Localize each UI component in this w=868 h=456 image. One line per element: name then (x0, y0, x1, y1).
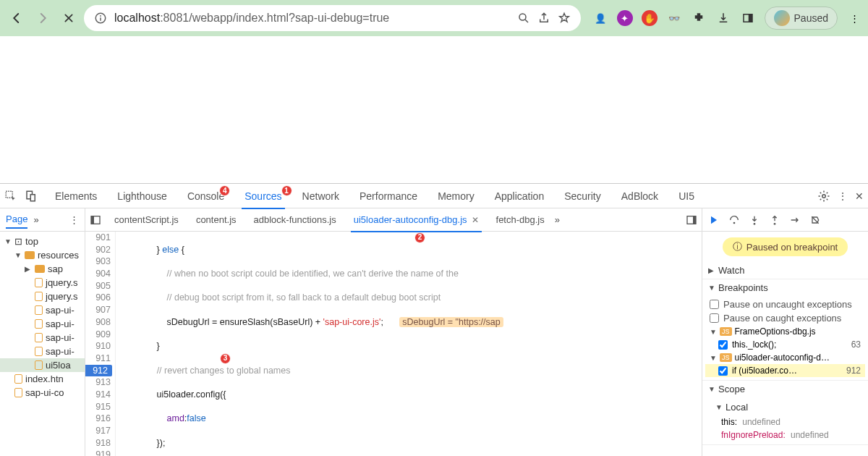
svg-point-9 (822, 194, 826, 198)
step-over-button[interactable] (728, 214, 740, 226)
deactivate-bp-button[interactable] (809, 214, 821, 226)
svg-rect-8 (30, 194, 35, 200)
device-icon[interactable] (25, 190, 38, 203)
star-icon[interactable] (558, 12, 571, 25)
devtools-tabs: Elements Lighthouse Console4 Sources1 Ne… (0, 184, 868, 208)
breakpoint-line[interactable]: this._lock();63 (705, 338, 865, 351)
filetab-fetch[interactable]: fetch-dbg.js (489, 208, 552, 232)
badge-1: 1 (281, 185, 292, 196)
debugger-controls (702, 208, 868, 232)
badge-3: 3 (220, 353, 231, 364)
tree-file[interactable]: sap-ui- (0, 317, 85, 331)
tree-top[interactable]: ▼⊡ top (0, 235, 85, 248)
profile-paused-button[interactable]: Paused (765, 7, 838, 30)
tab-elements[interactable]: Elements (46, 184, 106, 208)
tab-sources[interactable]: Sources1 (236, 184, 290, 208)
pause-caught-checkbox[interactable]: Pause on caught exceptions (705, 311, 865, 325)
tree-sap[interactable]: ▶ sap (0, 262, 85, 276)
forward-button[interactable] (32, 7, 54, 29)
url-text: localhost:8081/webapp/index.html?sap-ui-… (114, 12, 389, 25)
tree-file-selected[interactable]: ui5loa (0, 358, 85, 372)
tree-file[interactable]: index.htn (0, 372, 85, 386)
extensions-icon[interactable] (691, 10, 707, 26)
tree-file[interactable]: sap-ui- (0, 345, 85, 358)
filetab-content[interactable]: content.js (189, 208, 244, 232)
local-scope[interactable]: ▼Local (705, 399, 865, 415)
inspect-icon[interactable] (4, 190, 17, 203)
ext-icon-3[interactable]: ✋ (642, 10, 658, 26)
svg-rect-11 (91, 216, 94, 224)
code-content[interactable]: } else { // when no boot script could be… (116, 232, 702, 456)
download-icon[interactable] (715, 10, 731, 26)
watch-section[interactable]: ▶Watch (702, 262, 868, 279)
code-area[interactable]: 2 3 901902903904905 906907908909910 9119… (85, 232, 702, 456)
step-into-button[interactable] (749, 214, 760, 226)
tab-network[interactable]: Network (294, 184, 348, 208)
navigator-panel: Page » ⋮ ▼⊡ top ▼ resources ▶ sap jquery… (0, 208, 85, 456)
tab-memory[interactable]: Memory (429, 184, 483, 208)
share-icon[interactable] (537, 12, 550, 25)
breakpoint-line-active[interactable]: if (ui5loader.co…912 (705, 364, 865, 377)
sidebar-toggle-icon[interactable] (90, 214, 101, 226)
close-devtools-icon[interactable]: ✕ (855, 190, 864, 202)
tab-security[interactable]: Security (556, 184, 610, 208)
step-button[interactable] (789, 214, 801, 226)
filetab-ui5loader[interactable]: ui5loader-autoconfig-dbg.js✕ (346, 208, 486, 232)
tab-performance[interactable]: Performance (351, 184, 426, 208)
pause-uncaught-checkbox[interactable]: Pause on uncaught exceptions (705, 297, 865, 311)
filetab-adblock[interactable]: adblock-functions.js (247, 208, 344, 232)
tree-file[interactable]: jquery.s (0, 290, 85, 303)
page-tab[interactable]: Page (6, 214, 27, 229)
badge-2: 2 (414, 232, 425, 243)
debugger-panel: ⓘ Paused on breakpoint ▶Watch ▼Breakpoin… (702, 208, 868, 456)
devtools-panel: Elements Lighthouse Console4 Sources1 Ne… (0, 183, 868, 456)
filetab-contentscript[interactable]: contentScript.js (107, 208, 186, 232)
tree-file[interactable]: sap-ui-co (0, 386, 85, 400)
ext-icon-4[interactable]: 👓 (666, 10, 682, 26)
step-out-button[interactable] (769, 214, 780, 226)
tree-resources[interactable]: ▼ resources (0, 248, 85, 262)
tab-console[interactable]: Console4 (179, 184, 233, 208)
breakpoint-file[interactable]: ▼JSui5loader-autoconfig-d… (705, 351, 865, 364)
tab-ui5[interactable]: UI5 (670, 184, 703, 208)
tree-file[interactable]: jquery.s (0, 276, 85, 290)
browser-toolbar: localhost:8081/webapp/index.html?sap-ui-… (0, 0, 868, 36)
tree-file[interactable]: sap-ui- (0, 331, 85, 345)
tab-lighthouse[interactable]: Lighthouse (109, 184, 176, 208)
stop-button[interactable] (58, 7, 80, 29)
line-gutter[interactable]: 901902903904905 906907908909910 91191291… (85, 232, 116, 456)
resume-button[interactable] (708, 214, 720, 226)
nav-more-icon[interactable]: ⋮ (69, 214, 79, 225)
menu-icon[interactable]: ⋮ (846, 10, 862, 26)
panel-icon[interactable] (740, 10, 756, 26)
chevron-right-icon[interactable]: » (555, 214, 560, 225)
sidebar-right-icon[interactable] (686, 214, 697, 226)
tab-adblock[interactable]: AdBlock (613, 184, 667, 208)
scope-this: this: undefined (705, 415, 865, 428)
svg-point-16 (774, 223, 776, 225)
settings-icon[interactable] (817, 190, 830, 203)
editor-panel: contentScript.js content.js adblock-func… (85, 208, 702, 456)
ext-icon-1[interactable]: 👤 (592, 10, 608, 26)
more-icon[interactable]: ⋮ (838, 190, 848, 202)
zoom-icon[interactable] (517, 12, 530, 25)
chevron-right-icon[interactable]: » (33, 214, 38, 225)
ext-icon-2[interactable]: ✦ (617, 10, 633, 26)
close-tab-icon[interactable]: ✕ (472, 215, 479, 225)
file-tabs: contentScript.js content.js adblock-func… (85, 208, 702, 232)
scope-section[interactable]: ▼Scope (702, 381, 868, 397)
file-tree: ▼⊡ top ▼ resources ▶ sap jquery.s jquery… (0, 232, 85, 402)
breakpoint-file[interactable]: ▼JSFrameOptions-dbg.js (705, 325, 865, 338)
svg-point-14 (733, 221, 736, 224)
info-icon[interactable] (94, 12, 107, 25)
address-bar[interactable]: localhost:8081/webapp/index.html?sap-ui-… (84, 5, 581, 31)
tree-file[interactable]: sap-ui- (0, 303, 85, 317)
avatar (774, 10, 790, 26)
paused-indicator: ⓘ Paused on breakpoint (723, 237, 848, 256)
svg-point-15 (754, 223, 756, 225)
extension-icons: 👤 ✦ ✋ 👓 Paused ⋮ (592, 7, 862, 30)
tab-application[interactable]: Application (486, 184, 553, 208)
svg-point-3 (519, 14, 526, 20)
breakpoints-section[interactable]: ▼Breakpoints (702, 279, 868, 296)
back-button[interactable] (6, 7, 27, 29)
